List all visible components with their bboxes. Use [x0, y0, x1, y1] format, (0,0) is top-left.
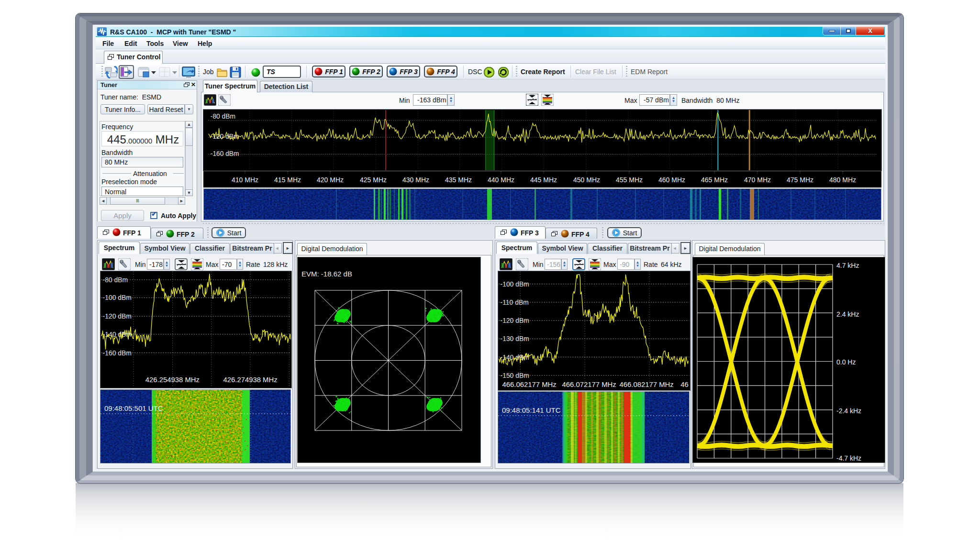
- svg-text:475 MHz: 475 MHz: [787, 176, 813, 184]
- svg-text:420 MHz: 420 MHz: [317, 176, 344, 184]
- svg-text:-160 dBm: -160 dBm: [103, 349, 132, 357]
- svg-text:465 MHz: 465 MHz: [701, 176, 728, 184]
- svg-text:415 MHz: 415 MHz: [274, 176, 301, 184]
- svg-text:-130 dBm: -130 dBm: [501, 335, 529, 342]
- svg-text:470 MHz: 470 MHz: [744, 176, 771, 184]
- svg-text:430 MHz: 430 MHz: [402, 176, 429, 184]
- svg-text:-100 dBm: -100 dBm: [501, 280, 529, 288]
- svg-text:-120 dBm: -120 dBm: [211, 133, 239, 140]
- svg-text:-150 dBm: -150 dBm: [501, 372, 529, 379]
- svg-text:466.062177 MHz: 466.062177 MHz: [502, 381, 556, 388]
- svg-text:09:48:05:141 UTC: 09:48:05:141 UTC: [502, 406, 561, 414]
- svg-text:09:48:05:501 UTC: 09:48:05:501 UTC: [104, 404, 163, 412]
- svg-text:426.254938 MHz: 426.254938 MHz: [145, 376, 200, 384]
- svg-text:460 MHz: 460 MHz: [658, 176, 685, 184]
- svg-text:-140 dBm: -140 dBm: [103, 331, 132, 338]
- svg-text:466.082177 MHz: 466.082177 MHz: [619, 381, 673, 388]
- svg-text:425 MHz: 425 MHz: [360, 176, 387, 184]
- svg-text:-120 dBm: -120 dBm: [501, 317, 529, 324]
- svg-text:440 MHz: 440 MHz: [488, 176, 514, 184]
- svg-text:-160 dBm: -160 dBm: [211, 150, 239, 157]
- svg-text:-80 dBm: -80 dBm: [211, 113, 235, 120]
- svg-text:-4.7 kHz: -4.7 kHz: [836, 454, 861, 462]
- svg-text:435 MHz: 435 MHz: [445, 176, 472, 184]
- svg-text:480 MHz: 480 MHz: [829, 176, 856, 184]
- svg-text:455 MHz: 455 MHz: [616, 176, 643, 184]
- svg-text:46: 46: [680, 381, 689, 388]
- svg-text:450 MHz: 450 MHz: [573, 176, 600, 184]
- svg-text:-140 dBm: -140 dBm: [501, 353, 529, 361]
- svg-text:-2.4 kHz: -2.4 kHz: [836, 407, 861, 415]
- svg-text:4.7 kHz: 4.7 kHz: [836, 262, 859, 269]
- svg-text:-80 dBm: -80 dBm: [103, 276, 128, 284]
- svg-text:-120 dBm: -120 dBm: [103, 312, 132, 320]
- svg-text:0.0 Hz: 0.0 Hz: [836, 358, 856, 366]
- svg-text:2.4 kHz: 2.4 kHz: [836, 310, 859, 318]
- svg-text:426.274938 MHz: 426.274938 MHz: [223, 376, 277, 384]
- svg-text:466.072177 MHz: 466.072177 MHz: [562, 381, 616, 388]
- svg-text:445 MHz: 445 MHz: [530, 176, 557, 184]
- svg-text:-110 dBm: -110 dBm: [501, 298, 529, 306]
- svg-text:EVM: -18.62 dB: EVM: -18.62 dB: [301, 270, 352, 278]
- svg-text:-100 dBm: -100 dBm: [103, 294, 132, 302]
- svg-text:410 MHz: 410 MHz: [232, 176, 258, 184]
